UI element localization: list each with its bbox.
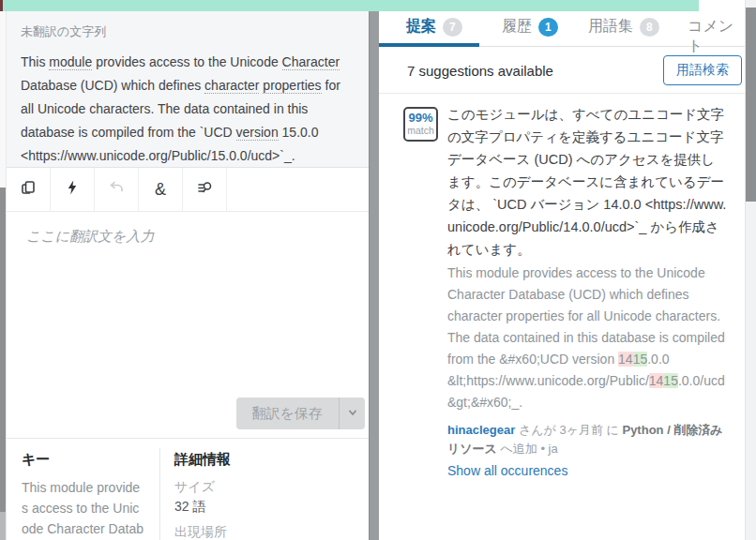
translation-editor-panel: 未翻訳の文字列 This module provides access to t… xyxy=(6,11,369,540)
key-value: This module provides access to the Unico… xyxy=(22,477,145,540)
suggestion-body: このモジュールは、すべてのユニコード文字の文字プロパティを定義するユニコード文字… xyxy=(447,103,728,479)
editor-toolbar: & xyxy=(7,168,370,212)
source-string-state-label: 未翻訳の文字列 xyxy=(21,23,355,40)
size-value: 32 語 xyxy=(174,497,362,517)
machine-translation-button[interactable] xyxy=(51,168,95,211)
save-dropdown-toggle[interactable] xyxy=(339,398,365,429)
location-label: 出現場所 xyxy=(174,522,362,540)
save-translation-button[interactable]: 翻訳を保存 xyxy=(236,398,339,429)
save-row: 翻訳を保存 xyxy=(7,388,370,437)
glossary-search-button[interactable]: 用語検索 xyxy=(663,55,742,85)
tab-label: 提案 xyxy=(406,17,436,37)
suggestions-count-badge: 7 xyxy=(443,18,462,37)
suggestion-attribution: hinaclegear さんが 3ヶ月前 に Python / 削除済みリソース… xyxy=(447,421,728,458)
match-percent: 99% xyxy=(406,112,435,125)
source-string-text: This module provides access to the Unico… xyxy=(21,51,356,168)
copy-source-button[interactable] xyxy=(7,168,51,211)
right-scrollbar-thumb[interactable] xyxy=(746,8,756,202)
panel-divider xyxy=(369,11,379,540)
match-score-badge: 99% match xyxy=(403,107,438,142)
suggester-user-link[interactable]: hinaclegear xyxy=(447,423,515,437)
undo-icon xyxy=(108,179,125,200)
special-characters-button[interactable]: & xyxy=(139,168,183,211)
match-word: match xyxy=(406,125,435,136)
footer-divider xyxy=(159,448,160,540)
search-lines-icon xyxy=(196,179,213,200)
show-all-occurrences-link[interactable]: Show all occurences xyxy=(447,463,567,478)
suggestions-header: 7 suggestions available 用語検索 xyxy=(379,47,745,94)
suggestions-panel: 提案 7 履歴 1 用語集 8 コメント 7 suggestions avail… xyxy=(379,11,745,540)
source-string-section: 未翻訳の文字列 This module provides access to t… xyxy=(7,11,370,168)
suggestions-status: 7 suggestions available xyxy=(407,63,553,79)
key-heading: キー xyxy=(22,451,151,469)
tab-label: 履歴 xyxy=(502,17,532,37)
concordance-search-button[interactable] xyxy=(183,168,227,211)
translation-input[interactable] xyxy=(7,212,370,388)
lightning-icon xyxy=(64,179,81,200)
glossary-count-badge: 8 xyxy=(640,18,659,37)
size-label: サイズ xyxy=(174,477,362,497)
window-top-bar xyxy=(0,0,699,11)
tab-history[interactable]: 履歴 1 xyxy=(502,17,558,37)
suggestion-item: 99% match このモジュールは、すべてのユニコード文字の文字プロパティを定… xyxy=(379,94,745,530)
tab-suggestions[interactable]: 提案 7 xyxy=(406,17,462,37)
tab-glossary[interactable]: 用語集 8 xyxy=(588,17,659,37)
window-edge xyxy=(0,0,3,11)
key-column: キー This module provides access to the Un… xyxy=(22,451,151,540)
details-column: 詳細情報 サイズ 32 語 出現場所 ../../library/unicode… xyxy=(174,451,362,540)
suggestion-source-diff-text: This module provides access to the Unico… xyxy=(447,262,728,413)
history-count-badge: 1 xyxy=(538,18,558,37)
suggestion-translation-text: このモジュールは、すべてのユニコード文字の文字プロパティを定義するユニコード文字… xyxy=(447,103,728,261)
tabs-row: 提案 7 履歴 1 用語集 8 コメント xyxy=(379,11,745,47)
details-heading: 詳細情報 xyxy=(174,451,362,469)
string-info-footer: キー This module provides access to the Un… xyxy=(7,438,370,540)
chevron-down-icon xyxy=(346,406,359,422)
copy-icon xyxy=(20,179,37,200)
tab-label: 用語集 xyxy=(588,17,633,37)
undo-button xyxy=(95,168,139,211)
ampersand-icon: & xyxy=(155,181,166,198)
